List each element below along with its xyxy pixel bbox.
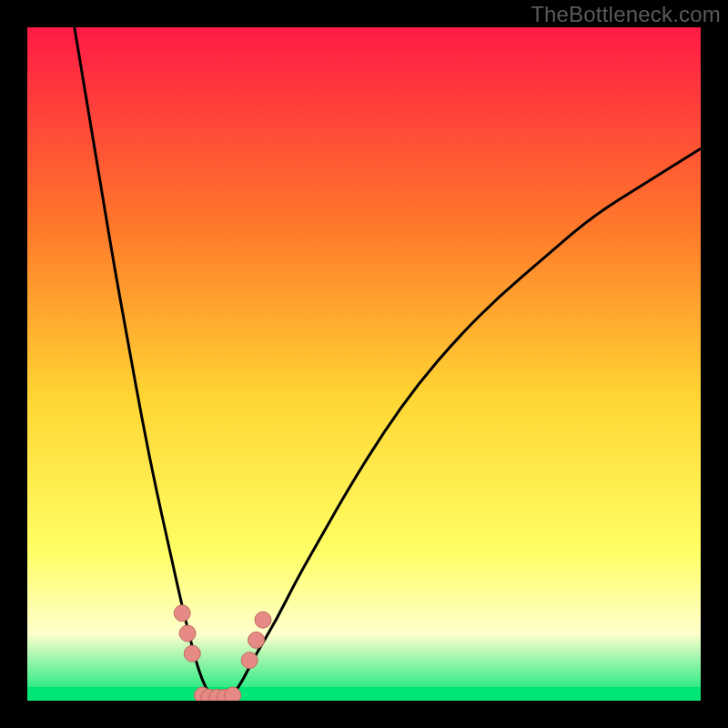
data-marker (241, 652, 258, 669)
green-baseline (27, 687, 701, 701)
data-marker (184, 645, 200, 662)
data-marker (174, 605, 190, 622)
chart-svg (27, 27, 701, 701)
plot-area (27, 27, 701, 701)
chart-container: TheBottleneck.com (0, 0, 728, 728)
gradient-bg (27, 27, 701, 701)
data-marker (179, 625, 196, 642)
data-marker (225, 687, 241, 701)
data-marker (255, 612, 271, 628)
watermark-text: TheBottleneck.com (531, 2, 721, 27)
data-marker (248, 632, 265, 648)
